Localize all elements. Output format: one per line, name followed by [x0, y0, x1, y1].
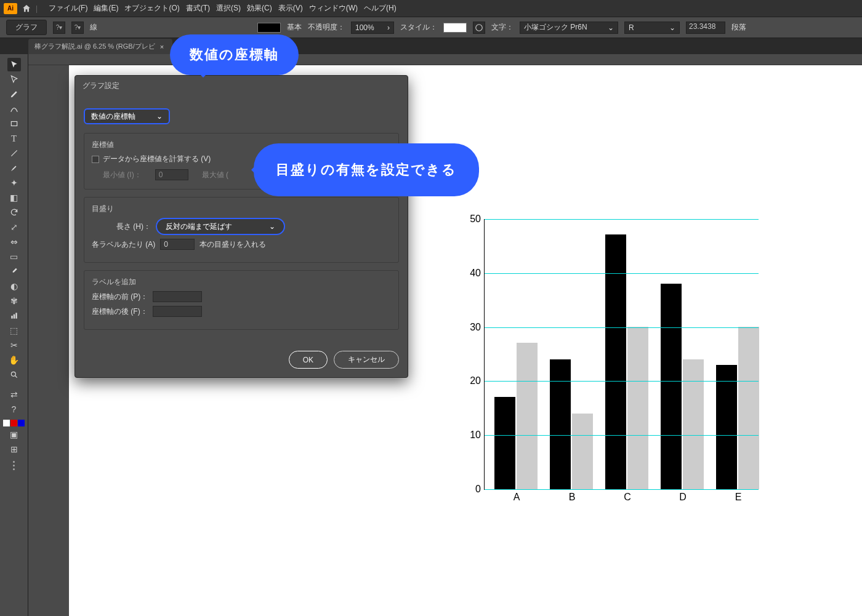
per-label-suffix: 本の目盛りを入れる	[199, 239, 266, 250]
menu-object[interactable]: オブジェクト(O)	[124, 3, 179, 14]
font-style-dropdown[interactable]: R⌄	[624, 22, 680, 34]
chart-gridline	[485, 219, 759, 220]
ticks-section: 目盛り 長さ (H)： 反対の端まで延ばす ⌄ 各ラベルあたり (A) 0 本の…	[84, 197, 399, 263]
unknown-toggle-1[interactable]: ?▾	[53, 22, 65, 34]
symbol-sprayer-tool[interactable]: ✾	[7, 294, 21, 308]
selection-tool[interactable]	[7, 58, 21, 71]
unknown-toggle-2[interactable]: ?▾	[71, 22, 84, 34]
blend-tool[interactable]: ◐	[7, 279, 21, 293]
chart-bar-group: E	[716, 327, 760, 489]
svg-rect-1	[11, 122, 17, 126]
axis-suffix-field[interactable]	[153, 306, 202, 317]
ticks-section-label: 目盛り	[92, 204, 391, 214]
axis-type-select[interactable]: 数値の座標軸 ⌄	[84, 108, 170, 124]
stroke-label: 線	[90, 22, 97, 33]
max-label: 最大値 (	[202, 170, 228, 180]
app-logo: Ai	[4, 3, 17, 14]
eraser-tool[interactable]: ◧	[7, 191, 21, 204]
tick-length-value: 反対の端まで延ばす	[166, 222, 232, 232]
screen-mode-icon[interactable]: ▣	[7, 428, 21, 441]
min-label: 最小値 (I)：	[103, 170, 142, 180]
per-label-field[interactable]: 0	[160, 239, 195, 250]
paintbrush-tool[interactable]	[7, 161, 21, 175]
menu-edit[interactable]: 編集(E)	[94, 3, 118, 14]
font-family-dropdown[interactable]: 小塚ゴシック Pr6N⌄	[520, 22, 618, 34]
menu-select[interactable]: 選択(S)	[216, 3, 241, 14]
axis-prefix-field[interactable]	[153, 291, 202, 302]
help-icon[interactable]: ?	[7, 402, 21, 416]
color-mode-toggle[interactable]	[3, 420, 25, 426]
scale-tool[interactable]: ⤢	[7, 220, 21, 234]
calc-from-data-checkbox[interactable]	[92, 156, 99, 163]
free-transform-tool[interactable]: ▭	[7, 250, 21, 263]
svg-point-6	[11, 372, 15, 376]
menu-help[interactable]: ヘルプ(H)	[364, 3, 397, 14]
per-label-label: 各ラベルあたり (A)	[92, 239, 155, 250]
ok-button[interactable]: OK	[289, 351, 328, 369]
ruler-horizontal	[28, 54, 862, 65]
chart-plot-area: ABCDE 01020304050	[484, 219, 759, 490]
chevron-down-icon: ⌄	[156, 112, 163, 121]
style-dropdown-label: スタイル：	[400, 22, 437, 33]
menu-file[interactable]: ファイル(F)	[49, 3, 87, 14]
style-swatch[interactable]	[443, 23, 467, 33]
font-size-field[interactable]: 23.3438	[686, 22, 725, 34]
chart-bar	[627, 327, 648, 489]
menu-type[interactable]: 書式(T)	[186, 3, 210, 14]
chart-bar-group: B	[550, 359, 594, 489]
chart-ytick-label: 20	[470, 375, 485, 386]
close-icon[interactable]: ×	[160, 43, 164, 50]
chart-bar	[550, 359, 571, 489]
opacity-dropdown[interactable]: 100%›	[351, 22, 394, 34]
direct-selection-tool[interactable]	[7, 73, 21, 86]
chevron-down-icon: ⌄	[669, 23, 675, 32]
recolor-icon[interactable]	[473, 22, 485, 34]
fill-stroke-swap[interactable]: ⇄	[7, 388, 21, 401]
svg-rect-3	[11, 316, 12, 319]
menu-view[interactable]: 表示(V)	[278, 3, 303, 14]
zoom-tool[interactable]	[7, 368, 21, 382]
svg-rect-5	[15, 313, 17, 318]
axis-suffix-label: 座標軸の後 (F)：	[92, 306, 148, 317]
document-tab[interactable]: 棒グラフ解説.ai @ 6.25 % (RGB/プレビ ×	[28, 39, 172, 54]
pen-tool[interactable]	[7, 87, 21, 101]
chart-ytick-label: 0	[475, 484, 485, 495]
edit-toolbar-icon[interactable]: ⊞	[7, 442, 21, 456]
menu-effect[interactable]: 効果(C)	[247, 3, 272, 14]
type-tool[interactable]: T	[7, 132, 21, 145]
min-value-field[interactable]: 0	[155, 169, 188, 180]
rectangle-tool[interactable]	[7, 117, 21, 130]
callout-ticks: 目盛りの有無を設定できる	[254, 143, 479, 196]
chart-bar	[661, 284, 682, 489]
chart-gridline	[485, 489, 759, 490]
menu-window[interactable]: ウィンドウ(W)	[309, 3, 358, 14]
menu-separator: |	[36, 4, 38, 13]
chart-bar-group: A	[494, 343, 539, 489]
more-tools-icon[interactable]	[13, 461, 15, 470]
hand-tool[interactable]: ✋	[7, 353, 21, 367]
chart-xtick-label: C	[605, 489, 650, 503]
current-tool-label: グラフ	[6, 20, 47, 35]
eyedropper-tool[interactable]	[7, 265, 21, 278]
slice-tool[interactable]: ✂	[7, 338, 21, 352]
canvas[interactable]: ABCDE 01020304050 グラフ設定 数値の座標軸 ⌄ 座標値	[28, 54, 862, 616]
bar-chart: ABCDE 01020304050	[463, 219, 759, 508]
rotate-tool[interactable]	[7, 206, 21, 219]
artboard-tool[interactable]: ⬚	[7, 324, 21, 337]
chart-bar	[683, 359, 704, 489]
chevron-down-icon: ›	[387, 23, 390, 32]
callout-axis: 数値の座標軸	[170, 34, 299, 75]
line-tool[interactable]	[7, 146, 21, 160]
chart-bar-group: D	[661, 284, 705, 489]
chart-ytick-label: 50	[470, 214, 485, 225]
width-tool[interactable]: ⇔	[7, 235, 21, 249]
options-bar: グラフ ?▾ ?▾ 線 基本 不透明度： 100%› スタイル： 文字： 小塚ゴ…	[0, 17, 862, 38]
shaper-tool[interactable]: ✦	[7, 176, 21, 190]
chart-xtick-label: A	[494, 489, 539, 503]
stroke-color-swatch[interactable]	[257, 23, 281, 33]
tick-length-select[interactable]: 反対の端まで延ばす ⌄	[156, 218, 285, 235]
home-icon[interactable]	[21, 3, 32, 14]
graph-tool[interactable]	[7, 309, 21, 322]
curvature-tool[interactable]	[7, 102, 21, 116]
cancel-button[interactable]: キャンセル	[334, 351, 399, 369]
